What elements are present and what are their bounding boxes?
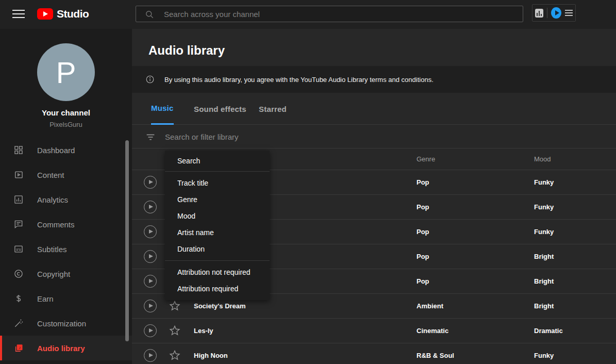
play-button[interactable] [144,176,157,189]
track-mood: Funky [534,203,554,211]
play-button[interactable] [144,349,157,362]
track-mood: Bright [534,302,554,310]
library-filter-bar [132,125,616,148]
content-icon [13,170,24,180]
play-button[interactable] [144,250,157,263]
library-filter-input[interactable] [165,128,598,145]
sidebar: P Your channel PixelsGuru Dashboard Cont… [0,29,132,364]
play-button[interactable] [144,324,157,337]
comments-icon [13,219,24,229]
channel-search-bar [136,6,523,22]
sidebar-item-copyright[interactable]: Copyright [0,261,132,286]
tab-starred[interactable]: Starred [259,93,287,125]
filter-icon[interactable] [145,131,156,143]
top-bar: Studio [0,0,616,29]
copyright-icon [13,269,24,279]
sidebar-nav: Dashboard Content Analytics Comments [0,138,132,360]
menu-item-mood[interactable]: Mood [165,208,270,224]
svg-text:♪: ♪ [19,345,21,350]
play-button[interactable] [144,275,157,288]
customization-wand-icon [13,318,24,328]
subtitles-icon [13,244,24,254]
sidebar-item-earn[interactable]: Earn [0,286,132,311]
filter-dropdown-menu: Search Track title Genre Mood Artist nam… [165,151,270,300]
youtube-studio-logo[interactable]: Studio [37,8,89,20]
tab-sound-effects[interactable]: Sound effects [194,93,246,125]
browser-extension-toolbar [532,4,576,22]
divider [547,8,547,18]
sidebar-scrollbar[interactable] [125,140,129,341]
track-genre: Pop [417,277,429,285]
sidebar-item-analytics[interactable]: Analytics [0,187,132,212]
track-mood: Funky [534,352,554,359]
track-genre: Pop [417,253,429,260]
terms-notice-banner: By using this audio library, you agree w… [132,66,616,93]
track-title: High Noon [194,352,228,359]
sidebar-item-subtitles[interactable]: Subtitles [0,237,132,261]
track-genre: Ambient [417,302,443,310]
track-mood: Bright [534,277,554,285]
play-button[interactable] [144,225,157,238]
track-title: Society's Dream [194,302,246,310]
audio-library-icon: ♪ [13,343,24,353]
tab-music[interactable]: Music [151,93,174,125]
star-icon[interactable] [169,349,181,361]
track-mood: Funky [534,178,554,186]
info-icon [145,75,155,84]
star-icon[interactable] [169,324,181,337]
hamburger-menu-icon[interactable] [12,10,25,18]
track-mood: Bright [534,253,554,260]
play-button[interactable] [144,201,157,213]
track-mood: Dramatic [534,327,563,335]
menu-item-attribution-not-required[interactable]: Attribution not required [165,264,270,280]
earn-dollar-icon [13,293,24,304]
analytics-icon [13,194,24,205]
header-genre: Genre [417,155,435,163]
track-genre: Pop [417,203,429,211]
menu-item-search[interactable]: Search [165,151,270,171]
terms-notice-text: By using this audio library, you agree w… [164,76,434,84]
track-genre: R&B & Soul [417,352,454,359]
track-mood: Funky [534,228,554,236]
dashboard-icon [13,145,24,155]
search-input[interactable] [164,6,520,22]
main-content: Audio library By using this audio librar… [132,29,616,364]
channel-avatar[interactable]: P [37,43,95,101]
menu-item-genre[interactable]: Genre [165,191,270,208]
channel-label: Your channel [0,108,132,117]
sidebar-item-audio-library[interactable]: ♪ Audio library [0,336,132,360]
sidebar-item-customization[interactable]: Customization [0,311,132,336]
header-mood: Mood [534,155,551,163]
sidebar-item-comments[interactable]: Comments [0,212,132,237]
track-genre: Pop [417,228,429,236]
sidebar-item-dashboard[interactable]: Dashboard [0,138,132,162]
channel-name: PixelsGuru [0,121,132,128]
menu-item-artist-name[interactable]: Artist name [165,224,270,241]
library-tabs: Music Sound effects Starred [132,93,616,125]
menu-item-attribution-required[interactable]: Attribution required [165,280,270,297]
bar-chart-icon[interactable] [535,9,543,18]
track-title: Les-ly [194,327,213,335]
track-genre: Cinematic [417,327,448,335]
page-title: Audio library [148,43,225,58]
search-icon [144,9,155,20]
sidebar-item-content[interactable]: Content [0,162,132,187]
table-row[interactable]: Les-ly Cinematic Dramatic [132,319,616,343]
studio-logo-text: Studio [57,8,89,20]
track-genre: Pop [417,178,429,186]
youtube-play-icon [37,8,53,20]
extension-menu-icon[interactable] [565,8,573,18]
table-row[interactable]: High Noon R&B & Soul Funky [132,343,616,364]
star-icon[interactable] [169,300,181,312]
blue-play-extension-icon[interactable] [551,7,561,19]
menu-item-duration[interactable]: Duration [165,241,270,257]
play-button[interactable] [144,300,157,312]
menu-item-track-title[interactable]: Track title [165,175,270,191]
